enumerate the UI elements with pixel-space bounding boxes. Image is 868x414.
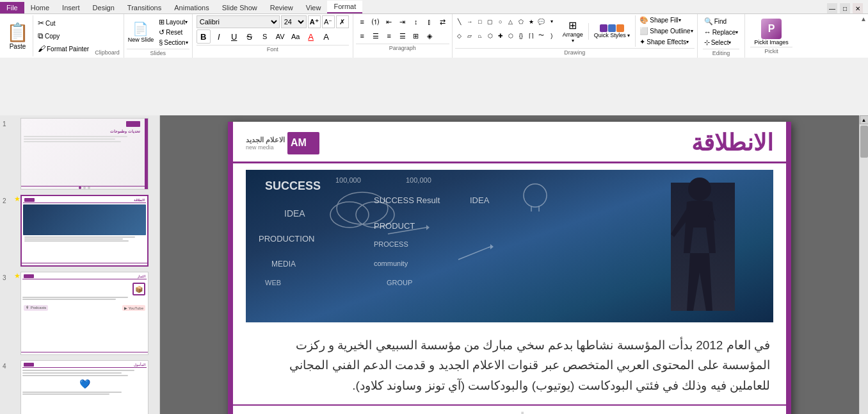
slide-thumb-4[interactable]: 4 المأمول 💙 — [3, 360, 157, 414]
section-label: Section — [164, 39, 185, 46]
svg-point-4 — [356, 202, 394, 228]
find-button[interactable]: 🔍 Find — [703, 17, 740, 26]
align-center-btn[interactable]: ☰ — [369, 29, 382, 42]
spacing-button[interactable]: AV — [273, 29, 287, 44]
replace-button[interactable]: ↔ Replace ▾ — [703, 28, 740, 37]
columns-btn[interactable]: ⫿ — [423, 15, 436, 28]
maximize-btn[interactable]: □ — [840, 3, 850, 13]
highlight-color-btn[interactable]: A — [319, 29, 334, 44]
tab-view[interactable]: View — [300, 2, 328, 13]
pickit-group: P Pickit Images Pickit — [745, 14, 798, 58]
copy-button[interactable]: ⧉ Copy — [36, 31, 91, 41]
tab-format[interactable]: Format — [327, 1, 362, 13]
logo-sub: new media — [246, 144, 274, 151]
shape-trapezoid[interactable]: ⏢ — [476, 31, 485, 40]
shape-effects-label: Shape Effects — [647, 38, 686, 46]
new-slide-button[interactable]: 📄 New Slide — [127, 20, 156, 44]
smart-art-btn[interactable]: ⊞ — [410, 29, 422, 42]
shape-arrow[interactable]: → — [465, 17, 474, 26]
font-size-select[interactable]: 24 — [281, 15, 307, 28]
shape-bracket[interactable]: {} — [517, 31, 526, 40]
increase-indent-btn[interactable]: ⇥ — [396, 15, 409, 28]
shape-circle[interactable]: ○ — [496, 17, 505, 26]
shape-pentagon[interactable]: ⬠ — [517, 17, 526, 26]
canvas-area: الاعلام الجديد new media AM الانط — [160, 115, 859, 414]
bold-button[interactable]: B — [197, 29, 211, 44]
shape-star[interactable]: ★ — [527, 17, 536, 26]
char-spacing-btn[interactable]: Aa — [289, 29, 303, 44]
tab-transitions[interactable]: Transitions — [121, 2, 168, 13]
scroll-thumb-v[interactable] — [860, 126, 868, 158]
slide-thumb-3[interactable]: 3 ★ الثمار 📦 — [3, 272, 157, 355]
shape-diamond[interactable]: ◇ — [455, 31, 464, 40]
slide-number-3: 3 — [3, 274, 13, 281]
layout-button[interactable]: ⊞ Layout ▾ — [157, 17, 189, 27]
slide-main-image: SUCCESS IDEA PRODUCTION MEDIA WEB PRODUC… — [246, 170, 773, 322]
font-group: Calibri 24 A⁺ A⁻ ✗ B I U S S AV Aa — [193, 14, 353, 58]
align-right-btn[interactable]: ≡ — [383, 29, 396, 42]
pickit-images-button[interactable]: P Pickit Images — [750, 17, 792, 47]
slide-thumb-1[interactable]: 1 تحديات وطموحات — [3, 118, 157, 190]
font-color-btn[interactable]: A — [304, 29, 318, 44]
section-button[interactable]: § Section ▾ — [157, 38, 189, 47]
shape-outline-button[interactable]: ⬜ Shape Outline ▾ — [638, 26, 694, 36]
svg-text:AM: AM — [291, 137, 307, 148]
close-btn[interactable]: ✕ — [853, 3, 863, 13]
bullets-btn[interactable]: ≡ — [356, 15, 369, 28]
shape-line[interactable]: ╲ — [455, 17, 464, 26]
shape-rect[interactable]: □ — [476, 17, 485, 26]
shape-fill-button[interactable]: 🎨 Shape Fill ▾ — [638, 15, 694, 25]
tab-slideshow[interactable]: Slide Show — [216, 2, 264, 13]
reset-button[interactable]: ↺ Reset — [157, 28, 189, 37]
shapes-more-btn[interactable]: ▾ — [547, 17, 556, 26]
shape-cross[interactable]: ✚ — [496, 31, 505, 40]
shape-moon[interactable]: ) — [547, 31, 556, 40]
paste-button[interactable]: 📋 Paste — [3, 15, 33, 56]
minimize-btn[interactable]: — — [827, 3, 837, 13]
tab-file[interactable]: File — [0, 2, 24, 13]
justify-btn[interactable]: ☰ — [396, 29, 409, 42]
ribbon-expand-btn[interactable]: ▲ — [859, 14, 868, 58]
copy-label: Copy — [45, 33, 60, 40]
convert-smartart-btn[interactable]: ◈ — [423, 29, 436, 42]
increase-font-btn[interactable]: A⁺ — [308, 15, 321, 28]
slide-thumb-2[interactable]: 2 ★ الانطلاقة — [3, 195, 157, 267]
decrease-indent-btn[interactable]: ⇤ — [383, 15, 396, 28]
shape-rounded-rect[interactable]: ▢ — [486, 17, 495, 26]
shape-hexagon[interactable]: ⬡ — [486, 31, 495, 40]
layout-label: Layout — [166, 19, 185, 26]
cut-button[interactable]: ✂ Cut — [36, 18, 91, 28]
font-name-select[interactable]: Calibri — [197, 15, 280, 28]
scrollbar-vertical[interactable]: ▲ ▼ — [859, 115, 868, 414]
shape-triangle[interactable]: △ — [506, 17, 515, 26]
select-button[interactable]: ⊹ Select ▾ — [703, 38, 740, 47]
italic-button[interactable]: I — [212, 29, 226, 44]
shape-callout[interactable]: 💬 — [537, 17, 546, 26]
svg-point-3 — [330, 202, 369, 228]
tab-animations[interactable]: Animations — [168, 2, 215, 13]
strikethrough-button[interactable]: S — [243, 29, 257, 44]
align-left-btn[interactable]: ≡ — [356, 29, 369, 42]
clear-format-btn[interactable]: ✗ — [336, 15, 349, 28]
decrease-font-btn[interactable]: A⁻ — [322, 15, 335, 28]
shape-wave[interactable]: 〜 — [537, 31, 546, 40]
tab-design[interactable]: Design — [86, 2, 121, 13]
svg-line-5 — [388, 228, 426, 234]
text-direction-btn[interactable]: ⇄ — [437, 15, 449, 28]
shape-parallelogram[interactable]: ▱ — [465, 31, 474, 40]
shadow-button[interactable]: S — [258, 29, 272, 44]
shape-effects-button[interactable]: ✦ Shape Effects ▾ — [638, 37, 694, 47]
tab-home[interactable]: Home — [24, 2, 56, 13]
line-spacing-btn[interactable]: ↕ — [410, 15, 422, 28]
scroll-up-btn[interactable]: ▲ — [860, 115, 869, 124]
format-painter-button[interactable]: 🖌 Format Painter — [36, 44, 91, 54]
tab-review[interactable]: Review — [264, 2, 300, 13]
arrange-button[interactable]: ⊞ Arrange ▾ — [560, 18, 586, 45]
quick-styles-button[interactable]: Quick Styles ▾ — [591, 23, 633, 40]
shape-cube[interactable]: ⬡ — [506, 31, 515, 40]
svg-marker-6 — [426, 225, 430, 230]
underline-button[interactable]: U — [227, 29, 241, 44]
tab-insert[interactable]: Insert — [56, 2, 86, 13]
numbering-btn[interactable]: ⑴ — [369, 15, 382, 28]
shape-brace[interactable]: ⌈⌉ — [527, 31, 536, 40]
